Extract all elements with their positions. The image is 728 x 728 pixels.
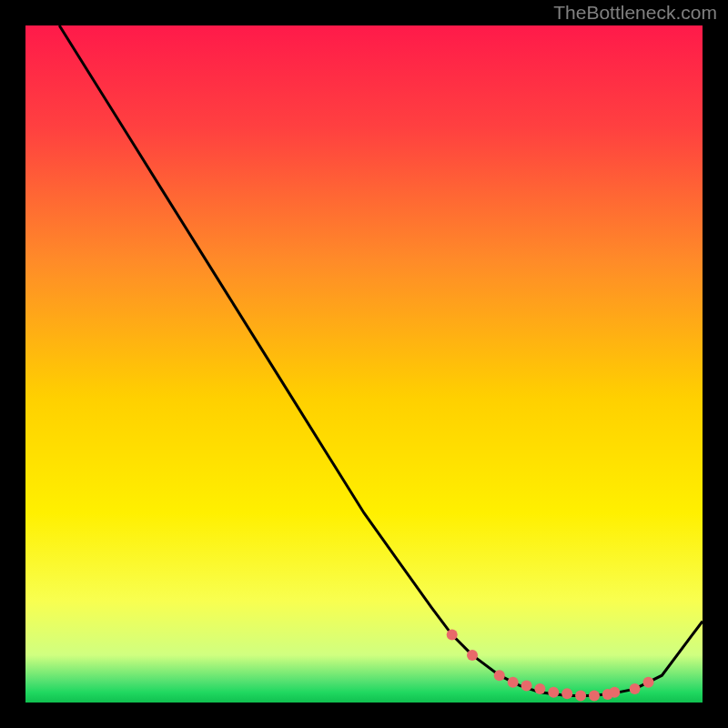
- data-marker: [589, 691, 600, 702]
- chart-curve: [25, 25, 703, 703]
- data-marker: [508, 677, 519, 688]
- data-marker: [575, 691, 586, 702]
- data-marker: [521, 680, 532, 691]
- data-marker: [643, 677, 654, 688]
- data-marker: [534, 683, 545, 694]
- watermark-text: TheBottleneck.com: [553, 2, 717, 24]
- data-marker: [609, 687, 620, 698]
- data-marker: [630, 683, 641, 694]
- data-marker: [494, 670, 505, 681]
- data-marker: [447, 630, 458, 641]
- data-marker: [467, 650, 478, 661]
- data-marker: [548, 687, 559, 698]
- data-marker: [561, 688, 572, 699]
- plot-area: [25, 25, 703, 703]
